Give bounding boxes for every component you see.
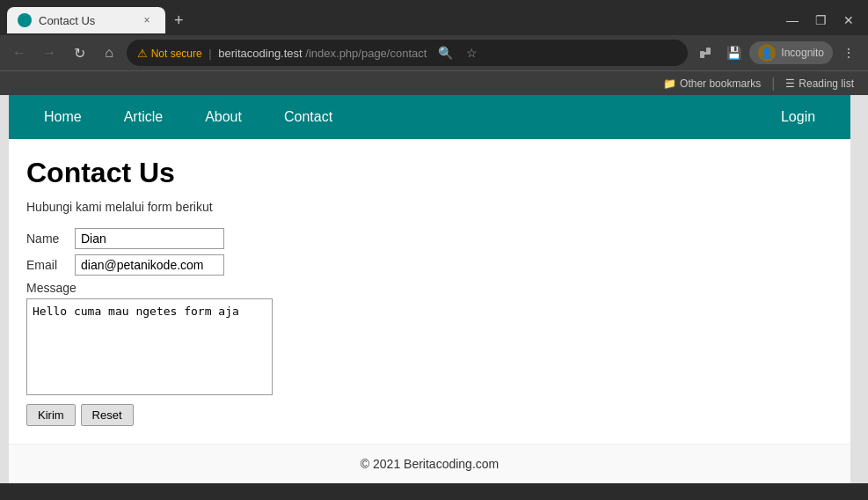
- home-button[interactable]: ⌂: [97, 40, 121, 65]
- nav-home[interactable]: Home: [23, 95, 103, 139]
- page-subtitle: Hubungi kami melalui form berikut: [26, 200, 833, 214]
- minimize-button[interactable]: —: [780, 8, 805, 33]
- tab-bar: Contact Us × + — ❐ ✕: [0, 0, 868, 35]
- footer-text: © 2021 Beritacoding.com: [361, 457, 499, 471]
- browser-window: Contact Us × + — ❐ ✕ ← → ↻ ⌂ ⚠ Not secur…: [0, 0, 868, 500]
- restore-button[interactable]: ❐: [808, 8, 833, 33]
- nav-article[interactable]: Article: [103, 95, 184, 139]
- address-bar[interactable]: ⚠ Not secure | beritacoding.test /index.…: [127, 40, 688, 66]
- nav-about[interactable]: About: [184, 95, 263, 139]
- svg-point-0: [20, 16, 29, 25]
- active-tab[interactable]: Contact Us ×: [7, 7, 165, 33]
- name-field-group: Name: [26, 228, 833, 249]
- site-nav: Home Article About Contact Login: [9, 95, 850, 139]
- bookmark-star-icon[interactable]: ☆: [460, 41, 483, 64]
- tab-title: Contact Us: [39, 14, 95, 27]
- address-bar-row: ← → ↻ ⌂ ⚠ Not secure | beritacoding.test…: [0, 35, 868, 70]
- extension-icon[interactable]: [693, 40, 718, 65]
- content-wrapper: Home Article About Contact Login Contact…: [0, 95, 868, 483]
- email-input[interactable]: [75, 254, 224, 276]
- other-bookmarks-label: Other bookmarks: [680, 77, 761, 90]
- profile-avatar: 👤: [758, 44, 776, 62]
- site-footer: © 2021 Beritacoding.com: [9, 444, 850, 483]
- back-button[interactable]: ←: [7, 40, 32, 65]
- main-content: Contact Us Hubungi kami melalui form ber…: [9, 139, 850, 444]
- submit-button[interactable]: Kirim: [26, 404, 76, 426]
- address-path: /index.php/page/contact: [305, 47, 427, 60]
- profile-button[interactable]: 👤 Incognito: [749, 41, 833, 64]
- profile-label: Incognito: [781, 47, 824, 59]
- email-label: Email: [26, 258, 75, 272]
- address-text: ⚠ Not secure | beritacoding.test /index.…: [137, 47, 427, 60]
- message-label: Message: [26, 281, 833, 295]
- reading-list-icon: ☰: [785, 77, 795, 90]
- search-icon[interactable]: 🔍: [434, 41, 456, 64]
- warning-icon: ⚠: [137, 47, 148, 60]
- nav-login[interactable]: Login: [760, 95, 836, 139]
- tab-close-button[interactable]: ×: [139, 12, 155, 28]
- menu-button[interactable]: ⋮: [836, 40, 861, 65]
- other-bookmarks[interactable]: 📁 Other bookmarks: [656, 76, 768, 92]
- not-secure-label: Not secure: [151, 48, 202, 60]
- scrollbar[interactable]: [859, 95, 868, 483]
- tab-favicon: [18, 13, 32, 27]
- folder-icon: 📁: [663, 77, 676, 90]
- browser-content: Home Article About Contact Login Contact…: [9, 95, 850, 483]
- bookmarks-bar: 📁 Other bookmarks | ☰ Reading list: [0, 70, 868, 95]
- forward-button[interactable]: →: [37, 40, 62, 65]
- save-icon[interactable]: 💾: [721, 40, 746, 65]
- name-input[interactable]: [75, 228, 224, 249]
- svg-rect-1: [700, 51, 704, 58]
- nav-contact[interactable]: Contact: [263, 95, 354, 139]
- email-field-group: Email: [26, 254, 833, 276]
- address-icons: 🔍 ☆: [434, 41, 483, 64]
- message-textarea[interactable]: Hello cuma mau ngetes form aja: [26, 298, 273, 395]
- toolbar-right: 💾 👤 Incognito ⋮: [693, 40, 861, 65]
- window-controls: — ❐ ✕: [780, 8, 861, 33]
- bookmark-separator: |: [771, 76, 775, 92]
- reset-button[interactable]: Reset: [81, 404, 134, 426]
- new-tab-button[interactable]: +: [165, 6, 193, 35]
- reading-list-label: Reading list: [799, 77, 854, 90]
- message-field-group: Message Hello cuma mau ngetes form aja: [26, 281, 833, 395]
- page-title: Contact Us: [26, 157, 833, 189]
- form-buttons: Kirim Reset: [26, 404, 833, 426]
- refresh-button[interactable]: ↻: [67, 40, 91, 65]
- address-domain: beritacoding.test: [218, 47, 302, 60]
- close-button[interactable]: ✕: [836, 8, 861, 33]
- reading-list[interactable]: ☰ Reading list: [778, 76, 861, 92]
- svg-rect-3: [704, 52, 707, 55]
- address-separator: |: [208, 47, 211, 60]
- name-label: Name: [26, 232, 75, 246]
